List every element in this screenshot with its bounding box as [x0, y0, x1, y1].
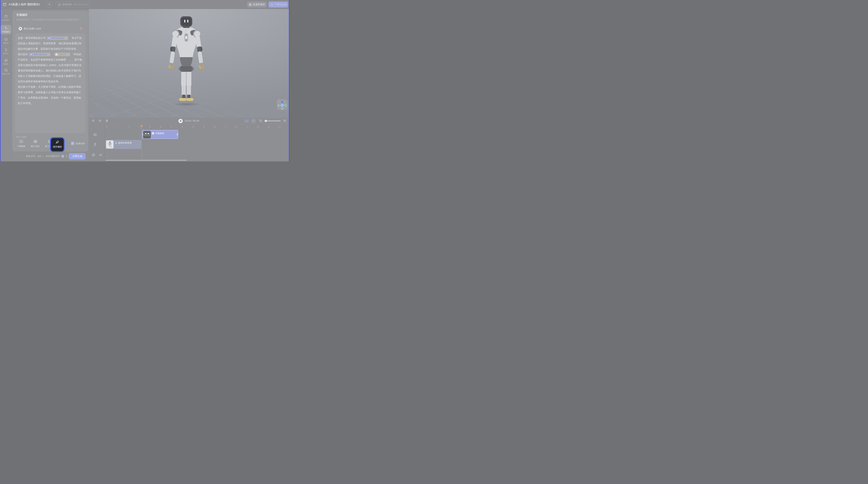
sidebar-item-expression-library[interactable]: 表情库 — [0, 37, 12, 44]
timeline-horizontal-scrollbar[interactable] — [105, 160, 187, 161]
zoom-in-icon[interactable] — [283, 119, 287, 123]
generate-now-button[interactable]: 立即生成 — [69, 153, 86, 160]
axis-z-handle[interactable]: Z — [281, 101, 283, 103]
sidebar-item-label: 音频编排 — [0, 31, 12, 33]
save-time-label: 保存时间 — [62, 3, 72, 6]
expand-clips-icon[interactable] — [252, 119, 255, 123]
button-label: 立即生成 — [72, 155, 82, 158]
floppy-icon — [249, 3, 252, 6]
expression-tag[interactable]: 哈哈大笑(10s)× — [47, 36, 68, 40]
delete-clip-icon[interactable] — [105, 119, 108, 123]
sidebar-item-my-tasks[interactable]: 我的任务 — [0, 68, 12, 75]
audio-arrange-panel: 音频编排 通过音频处理，生成音频素材以及融合动作和表情的音频编排素材 默认名称1… — [12, 9, 89, 161]
sidebar-item-label: 动作模仿 — [0, 19, 12, 21]
char-counter: 52 / 1,000 — [16, 136, 26, 138]
audio-file-name: 默认名称1.mp3 — [24, 27, 41, 30]
quote-bracket: 」 — [69, 58, 71, 61]
synthesize-save-button[interactable]: 合成并保存 — [247, 1, 267, 7]
pencil-icon: ✎ — [49, 3, 51, 6]
tag-remove-icon[interactable]: × — [48, 53, 49, 56]
play-audio-icon[interactable] — [19, 27, 22, 30]
quote-bracket: 「 — [71, 53, 73, 56]
deploy-device-button[interactable]: 下发到设备 — [269, 1, 288, 7]
timeline-zoom-slider[interactable] — [265, 121, 281, 121]
ruler-tick — [160, 126, 161, 128]
button-label: 一键编排 — [17, 145, 26, 148]
motion-clip-label: 超帅走路姿势 — [118, 141, 132, 144]
tasks-icon — [4, 68, 8, 72]
undo-icon[interactable]: ↺ — [91, 119, 95, 123]
panel-footer: 剩余灵石 300 | 本次消耗灵石 0 立即生成 — [12, 152, 88, 161]
footer-divider: | — [43, 155, 44, 157]
play-button[interactable] — [178, 119, 183, 123]
sidebar-item-label: 我的任务 — [0, 72, 12, 75]
insert-motion-button[interactable]: 插入动作 — [29, 139, 41, 148]
timeline-panel: ↺ ↻ 00:00 / 00:30 0f2f4f6f8f10f12f14f16f — [89, 118, 289, 161]
fit-timeline-icon[interactable] — [244, 120, 249, 123]
timeline-ruler[interactable]: 0f2f4f6f8f10f12f14f16f — [89, 125, 289, 130]
playhead-line[interactable] — [142, 127, 142, 159]
axis-gizmo[interactable]: Z Y X — [277, 99, 287, 110]
ruler-tick — [269, 126, 269, 128]
editor-text: 这是一家全球领先的公司 — [18, 37, 46, 39]
ai-icon: AI — [19, 139, 23, 143]
ruler-label: 4f — [149, 126, 151, 128]
sidebar-item-label: 表情库 — [0, 42, 12, 44]
sparkle-icon — [4, 26, 8, 30]
expression-track-icon — [93, 133, 97, 136]
sidebar-item-label: 动作库 — [0, 52, 12, 55]
robot-download-icon — [270, 3, 273, 6]
rhythm-motion-checkbox[interactable]: ✓ — [71, 142, 74, 145]
music-box-icon — [33, 139, 37, 143]
ruler-label: 12f — [235, 126, 238, 128]
robot-face-icon — [4, 37, 8, 41]
script-editor[interactable]: 这是一家全球领先的公司 哈哈大笑(10s)×「专注于先进机器人系统的设计、制造和… — [15, 33, 85, 133]
ruler-tick — [247, 126, 247, 128]
rename-button[interactable]: ✎ — [47, 2, 52, 7]
editor-text: 我们提供 — [18, 53, 29, 56]
tag-label: 哈哈大笑(10s) — [52, 37, 64, 39]
ruler-tick — [225, 126, 226, 128]
zoom-out-icon[interactable] — [259, 119, 263, 123]
one-click-arrange-button[interactable]: AI 一键编排 — [15, 139, 27, 148]
highlight-border-left — [0, 0, 1, 161]
clear-arrange-button[interactable]: 清空编排 — [51, 138, 64, 151]
sidebar-item-motion-library[interactable]: 动作库 — [0, 48, 12, 55]
clear-broom-icon — [55, 140, 59, 144]
sidebar-item-audio-arrange[interactable]: 音频编排 — [0, 26, 12, 33]
expression-clip-label: 害羞微笑 — [155, 132, 164, 135]
project-title: A1机器人动作-我的项目1 — [9, 3, 40, 6]
sidebar-item-motion-mimic[interactable]: 动作模仿 — [0, 14, 12, 22]
ruler-label: 6f — [170, 126, 172, 128]
sidebar-item-audio-library[interactable]: 音频库 — [0, 59, 12, 65]
viewport-3d[interactable]: Z Y X — [89, 9, 289, 118]
tag-label: 哈哈大笑(10s) — [34, 53, 47, 56]
audio-item-row[interactable]: 默认名称1.mp3 — [16, 26, 84, 31]
tag-remove-icon[interactable]: × — [65, 37, 67, 39]
ruler-tick — [117, 126, 118, 128]
expression-clip[interactable]: 害羞微笑 — [142, 130, 178, 139]
motion-clip[interactable]: 超帅走路姿势 — [105, 140, 141, 149]
axis-x-handle[interactable]: X — [284, 104, 287, 107]
ruler-tick — [139, 126, 139, 128]
button-label: 清空编排 — [53, 146, 62, 148]
save-time-value: 26/01/03 12:01 — [73, 3, 89, 6]
expression-tag[interactable]: 哈哈大笑(10s)× — [29, 53, 51, 56]
action-tag[interactable]: 弯腰(5s)× — [54, 53, 70, 56]
volume-icon[interactable] — [99, 153, 102, 157]
delete-audio-icon[interactable] — [79, 27, 83, 30]
top-bar: A1机器人动作-我的项目1 ✎ 保存时间 26/01/03 12:01 合成并保… — [0, 0, 289, 9]
motion-clip-thumbnail — [106, 140, 114, 149]
robot-model[interactable] — [158, 16, 214, 104]
expression-tag-icon — [30, 53, 33, 56]
tag-remove-icon[interactable]: × — [68, 53, 69, 56]
expression-clip-thumbnail — [143, 131, 151, 138]
slider-knob[interactable] — [265, 120, 267, 122]
cost-gems-label: 本次消耗灵石 — [45, 155, 60, 158]
motion-track-icon — [93, 143, 97, 146]
sidebar-item-label: 音频库 — [0, 63, 12, 65]
axis-y-handle[interactable]: Y — [281, 104, 284, 107]
ruler-label: 16f — [278, 126, 281, 128]
clapperboard-icon — [4, 14, 8, 19]
redo-icon[interactable]: ↻ — [98, 119, 102, 123]
